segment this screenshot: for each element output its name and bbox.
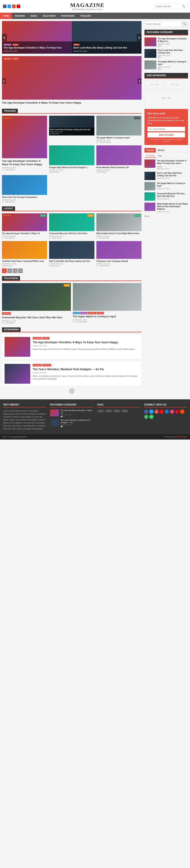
hero-next-arrow[interactable]: ❯ xyxy=(137,34,141,41)
latest-card-2: 7.6/10 Connected Bicycles Tell Care: Don… xyxy=(49,213,94,239)
twitter-icon[interactable] xyxy=(7,5,11,8)
connect-pi[interactable]: p xyxy=(175,409,179,414)
tv-card-2: News Reviews Television Trailers The App… xyxy=(73,283,142,324)
nav-home[interactable]: HOME xyxy=(0,13,12,19)
latest-1-title: The App Developer Checklist: 6 Ways To xyxy=(2,232,47,235)
hero-left-title: The App Developer Checklist: 6 Ways To K… xyxy=(4,46,70,50)
sponsor-box-1[interactable]: 125 × 125 xyxy=(145,81,164,89)
tab-recent[interactable]: Recent xyxy=(156,148,166,153)
featured-category-title: Featured Category xyxy=(145,30,188,35)
signup-button[interactable]: SIGN UP NOW xyxy=(148,132,185,137)
fi-2-date: March 26, 2014 xyxy=(158,55,188,57)
connect-yt[interactable]: y xyxy=(160,409,164,414)
latest-section-label: LATEST xyxy=(2,207,15,211)
facebook-icon[interactable] xyxy=(3,5,6,8)
tag-2[interactable]: TAG2 xyxy=(105,409,113,413)
tab-popular[interactable]: Popular xyxy=(145,148,156,153)
social-icons xyxy=(3,5,20,8)
connect-rd[interactable]: r xyxy=(180,409,185,414)
int-2-tag-2: Television xyxy=(42,364,51,367)
latest-3-title: What Pebble Needs To Get Right With Its … xyxy=(96,232,141,235)
site-tagline: MyThemeShop WordPress Theme xyxy=(70,8,104,10)
latest-5-title: Don't Look Now, But Deep Linking Just Go… xyxy=(49,260,94,262)
trailer-5-date: MARCH 26, 2014 xyxy=(96,169,141,171)
footer-theme-link[interactable]: MyThemeShop xyxy=(173,436,187,438)
latest-6-read: 3 - 4 MIN READ xyxy=(96,265,141,267)
nav-reviews[interactable]: REVIEWS xyxy=(12,13,28,19)
search-input[interactable] xyxy=(155,4,180,8)
tv-2-tag-news: News xyxy=(73,312,79,314)
sponsor-box-large[interactable]: 300 × 250 xyxy=(145,90,188,106)
page-4[interactable]: 4 xyxy=(18,269,23,273)
sidebar-search-input[interactable] xyxy=(145,21,181,27)
tag-4[interactable]: TAG4 xyxy=(121,409,129,413)
youtube-icon[interactable] xyxy=(17,5,20,8)
tv-2-title: The Apple Watch Is Coming In April xyxy=(73,315,142,318)
connect-ig[interactable]: ig xyxy=(170,409,174,414)
sponsor-box-2[interactable]: 125 × 125 xyxy=(165,81,184,89)
tag-3[interactable]: TAG3 xyxy=(113,409,121,413)
googleplus-icon[interactable] xyxy=(12,5,15,8)
hero-prev-arrow[interactable]: ❮ xyxy=(2,34,7,41)
scroll-top-button[interactable]: ↑ xyxy=(69,388,74,394)
latest-6-title: 5 Reasons Your Company Should xyxy=(96,260,141,262)
pa-3-date: March 26, 2014 xyxy=(157,188,188,190)
latest-6-date: MARCH 26, 2014 xyxy=(96,263,141,265)
sidebar: 🔍 Featured Category The App Developers C… xyxy=(145,21,188,397)
connect-gp[interactable]: g xyxy=(154,409,159,414)
get-more-text: Subscribe to our mailing list and get in… xyxy=(148,117,185,125)
secondary-tag-2: Trailers xyxy=(12,58,19,60)
trailer-3-title: The Apple Watch Is Coming In April xyxy=(96,136,141,139)
get-more-widget: Get more stuff Subscribe to our mailing … xyxy=(145,109,188,145)
tv-2-tag-reviews: Reviews xyxy=(79,312,87,314)
int-1-excerpt: Eaque ipsa quae ab illo inventore verita… xyxy=(33,348,139,351)
interview-card-1: Interviews Trailers The App Developer Ch… xyxy=(2,334,141,359)
int-1-date: MARCH 26, 2014 xyxy=(33,345,139,347)
sidebar-search-button[interactable]: 🔍 xyxy=(181,21,188,27)
int-1-tag-2: Trailers xyxy=(42,337,50,340)
trailer-card-6: Tales From The Grumpy Programmer: MARCH … xyxy=(2,175,47,203)
connect-wa[interactable]: w xyxy=(149,414,154,419)
pa-2-title: Don't Look Now, But Deep Linking Just Go… xyxy=(157,172,188,177)
hero-left-date: MARCH 26, 2014 xyxy=(4,50,70,52)
page-2[interactable]: 2 xyxy=(7,269,12,273)
page-1[interactable]: 1 xyxy=(2,269,7,273)
trailer-4-date: MARCH 26, 2014 xyxy=(49,169,94,171)
connect-goog[interactable]: gp xyxy=(144,414,149,419)
secondary-next-arrow[interactable]: ❯ xyxy=(137,79,141,84)
nav-interviews[interactable]: INTERVIEWS xyxy=(58,13,77,19)
tab-tags[interactable]: Tags xyxy=(156,154,163,158)
latest-card-1: ★★★★★ 86.7% The App Developer Checklist:… xyxy=(2,213,47,239)
connect-li[interactable]: in xyxy=(165,409,169,414)
trailer-card-2: Don't Look Now, But Deep Linking Just Go… xyxy=(49,116,94,144)
tab-comments[interactable]: Comments xyxy=(145,154,156,158)
nav-trailers[interactable]: TRAILERS xyxy=(77,13,94,19)
header-search[interactable]: 🔍 xyxy=(154,4,187,9)
get-more-heading: Get more stuff xyxy=(148,112,185,115)
fw-text-content: Lorem ipsum dolor sit amet, consectetur … xyxy=(3,409,46,430)
tag-1[interactable]: TAG1 xyxy=(97,409,104,413)
fw-fc-1-date: March 26, 2014 xyxy=(61,414,93,416)
trailer-2-overlay-read: 4 MIN READ xyxy=(50,133,93,134)
fw-fc-item-2: The Year's Weirdest, Wackiest Tech Gadge… xyxy=(50,419,93,427)
hero-right-title: Don't Look Now, But Deep Linking Just Go… xyxy=(73,46,140,50)
nav-news[interactable]: NEWS xyxy=(28,13,40,19)
connect-icons: f t g y in ig p r gp w xyxy=(144,409,187,419)
trailer-6-read: 3 - 4 MIN READ xyxy=(2,201,47,203)
trailer-3-read: 10 - 18 MIN READ xyxy=(96,142,141,144)
search-button[interactable]: 🔍 xyxy=(180,4,187,9)
hero-left-tag-1: Interviews xyxy=(4,44,11,45)
connect-tw[interactable]: t xyxy=(149,409,154,414)
connect-fb[interactable]: f xyxy=(144,409,149,414)
site-branding: MAGAZINE MyThemeShop WordPress Theme xyxy=(70,2,104,10)
secondary-prev-arrow[interactable]: ❮ xyxy=(2,79,6,84)
next-link[interactable]: Next » xyxy=(145,215,150,217)
page-3[interactable]: 3 xyxy=(13,269,18,273)
tags-cloud: TAG1 TAG2 TAG3 TAG4 xyxy=(97,409,140,413)
latest-1-date: MARCH 26, 2014 xyxy=(2,235,47,237)
trailer-2-overlay-date: MARCH 26, 2014 xyxy=(50,131,93,133)
header: MAGAZINE MyThemeShop WordPress Theme 🔍 xyxy=(0,0,190,13)
nav-television[interactable]: TELEVISION xyxy=(40,13,58,19)
trailer-3-score: 10 - 18 xyxy=(134,117,140,119)
get-more-email[interactable] xyxy=(148,127,185,131)
